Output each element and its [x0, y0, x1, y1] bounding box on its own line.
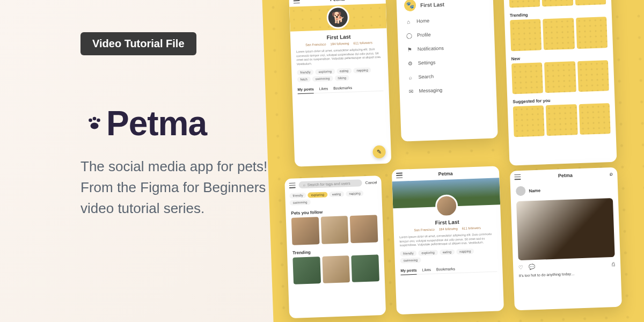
hamburger-icon[interactable] [293, 0, 299, 3]
mockup-explore-screen: friendly exploring eating napping fetch … [502, 0, 617, 166]
hamburger-icon[interactable] [396, 173, 402, 178]
paw-icon [80, 109, 108, 137]
badge-tutorial-file: Video Tutorial File [80, 32, 196, 55]
home-icon: ⌂ [405, 18, 412, 25]
profile-tags: friendly exploring eating napping fetch … [297, 67, 383, 83]
svg-point-2 [97, 119, 100, 122]
pencil-icon: ✎ [377, 148, 382, 155]
tag-chip[interactable]: eating [336, 68, 352, 74]
menu-label: Search [419, 74, 434, 79]
tab-my-posts[interactable]: My posts [297, 87, 314, 94]
grid-thumb[interactable] [292, 257, 320, 284]
tag-chip[interactable]: napping [353, 67, 371, 73]
mockup-menu-screen: ← Back 🐾 First Last ⌂Home ◯Profile ⚑Noti… [396, 0, 497, 142]
hamburger-icon[interactable] [514, 174, 521, 179]
grid-thumb[interactable] [543, 18, 574, 50]
search-placeholder: Search for tags and users [308, 181, 350, 187]
grid-thumb[interactable] [352, 254, 379, 282]
grid-thumb[interactable] [291, 217, 319, 245]
tag-chip[interactable]: swimming [312, 76, 333, 82]
grid-thumb[interactable] [544, 61, 576, 93]
mockup-profile-hero-screen: Petma First Last San Francisco 184 follo… [392, 166, 504, 314]
menu-label: Messaging [419, 87, 442, 94]
tag-chip[interactable]: hiking [334, 75, 349, 81]
user-icon: ◯ [405, 32, 413, 39]
post-username[interactable]: Name [529, 188, 540, 193]
grid-thumb[interactable] [579, 103, 610, 135]
app-title: Petma [558, 172, 573, 178]
tab-bookmarks[interactable]: Bookmarks [333, 86, 352, 90]
tag-chip-active[interactable]: exploring [308, 192, 327, 197]
search-icon: ⌕ [303, 183, 305, 187]
mockup-feed-screen: Petma ⌕ Name ♡ 💬 ⎙ It’s too hot to do an… [510, 167, 622, 311]
tag-chip[interactable]: swimming [400, 258, 421, 264]
gear-icon: ⚙ [406, 60, 414, 67]
tag-chip[interactable]: swimming [290, 200, 311, 206]
app-title: Petma [438, 171, 452, 177]
brand-text-visible: Petma [106, 104, 207, 143]
tag-chip[interactable]: napping [456, 248, 474, 254]
profile-name: First Last [399, 218, 495, 227]
profile-following[interactable]: 184 following [439, 227, 458, 231]
profile-location: San Francisco [414, 228, 435, 232]
grid-thumb[interactable] [577, 60, 609, 92]
grid-thumb[interactable] [320, 216, 348, 244]
tag-chip[interactable]: napping [346, 191, 364, 196]
app-title: Petma [330, 0, 345, 2]
tab-likes[interactable]: Likes [422, 268, 431, 272]
grid-thumb[interactable] [576, 17, 608, 48]
tag-chip[interactable]: friendly [289, 193, 306, 199]
avatar[interactable]: 🐕 [326, 6, 349, 29]
menu-messaging[interactable]: ✉Messaging [405, 82, 491, 99]
profile-bio: Lorem ipsum dolor sit amet, consectetur … [296, 47, 383, 67]
search-input[interactable]: ⌕Search for tags and users [298, 179, 362, 188]
profile-followers[interactable]: 611 followers [353, 41, 372, 45]
tab-my-posts[interactable]: My posts [400, 268, 417, 275]
grid-thumb[interactable] [541, 0, 573, 7]
profile-location: San Francisco [305, 42, 326, 46]
tag-chip[interactable]: friendly [297, 69, 314, 75]
tag-chip[interactable]: exploring [315, 69, 335, 75]
grid-thumb[interactable] [546, 104, 577, 136]
tag-chip[interactable]: friendly [400, 251, 417, 257]
flag-icon: ⚑ [406, 46, 413, 53]
menu-label: Profile [417, 32, 431, 38]
hamburger-icon[interactable] [289, 182, 295, 188]
mockup-search-screen: ⌕Search for tags and users Cancel friend… [284, 175, 386, 318]
profile-following[interactable]: 184 following [330, 42, 349, 46]
grid-thumb[interactable] [510, 19, 541, 51]
grid-thumb[interactable] [350, 215, 378, 243]
mockup-canvas: Petma 🐕 First Last San Francisco 184 fol… [261, 0, 644, 322]
search-cancel[interactable]: Cancel [365, 180, 377, 185]
tab-likes[interactable]: Likes [319, 86, 328, 91]
grid-thumb[interactable] [574, 0, 606, 5]
comment-icon[interactable]: 💬 [529, 264, 535, 270]
svg-point-3 [91, 123, 99, 129]
post-avatar[interactable] [516, 186, 526, 196]
chat-icon: ✉ [407, 87, 414, 95]
svg-point-1 [93, 117, 97, 121]
grid-thumb[interactable] [511, 62, 543, 94]
profile-followers[interactable]: 611 followers [462, 226, 481, 230]
tab-bookmarks[interactable]: Bookmarks [436, 267, 455, 271]
post-image[interactable] [516, 198, 615, 260]
menu-label: Home [416, 18, 429, 24]
menu-label: Notifications [418, 46, 444, 52]
grid-thumb[interactable] [322, 255, 350, 283]
avatar-icon: 🐾 [404, 0, 416, 11]
tagline: The social media app for pets! From the … [80, 156, 295, 219]
like-icon[interactable]: ♡ [518, 265, 523, 270]
profile-banner: 🐕 [289, 3, 386, 31]
tag-chip[interactable]: eating [440, 249, 455, 255]
tag-chip[interactable]: eating [329, 191, 345, 197]
mockup-profile-screen: Petma 🐕 First Last San Francisco 184 fol… [289, 0, 391, 167]
menu-label: Settings [418, 60, 436, 65]
search-icon[interactable]: ⌕ [610, 171, 613, 177]
compose-fab[interactable]: ✎ [372, 145, 386, 159]
tag-chip[interactable]: exploring [418, 250, 438, 255]
tag-chip[interactable]: fetch [297, 76, 311, 82]
bookmark-icon[interactable]: ⎙ [612, 261, 615, 267]
menu-user-name: First Last [420, 1, 444, 8]
grid-thumb[interactable] [513, 105, 545, 137]
grid-thumb[interactable] [508, 0, 540, 8]
